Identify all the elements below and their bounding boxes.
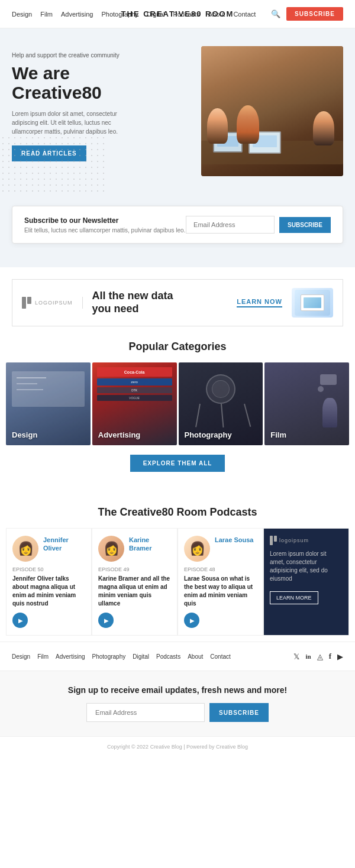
logoipsum-icon: [22, 297, 31, 309]
nav-contact[interactable]: Contact: [233, 11, 256, 18]
avatar-jennifer: 👩: [12, 536, 38, 562]
podcast-header-larae: 👩 Larae Sousa: [184, 536, 257, 562]
footer-link-contact[interactable]: Contact: [210, 653, 230, 660]
category-photography-name: Photography: [185, 430, 232, 439]
svg-rect-3: [274, 536, 277, 542]
search-icon[interactable]: 🔍: [271, 9, 280, 18]
footer-email-input[interactable]: [86, 703, 205, 722]
newsletter-desc: Elit tellus, luctus nec ullamcorper matt…: [24, 227, 185, 234]
category-film[interactable]: Film: [264, 362, 349, 445]
podcasts-grid: 👩 Jennifer Oliver EPISODE 50 Jennifer Ol…: [6, 528, 349, 636]
podcasts-section: The Creative80 Room Podcasts 👩 Jennifer …: [0, 486, 355, 642]
footer-link-digital[interactable]: Digital: [133, 653, 149, 660]
footer: Design Film Advertising Photography Digi…: [0, 642, 355, 757]
categories-grid: Design Coca-Cola zero DTK VOGUE Advertis…: [6, 362, 349, 445]
ad-banner: LOGOIPSUM All the new data you need LEAR…: [12, 279, 343, 326]
hero-description: Lorem ipsum dolor sit amet, consectetur …: [12, 109, 130, 136]
newsletter-left: Subscribe to our Newsletter Elit tellus,…: [24, 216, 185, 234]
ad-image: [292, 288, 333, 318]
play-button-karine[interactable]: ▶: [98, 613, 114, 628]
podcast-header-karine: 👩 Karine Bramer: [98, 536, 171, 562]
category-design-label-overlay: Design: [6, 425, 91, 445]
footer-link-about[interactable]: About: [188, 653, 203, 660]
copyright: Copyright © 2022 Creative Blog | Powered…: [0, 736, 355, 757]
svg-rect-0: [22, 297, 26, 309]
podcast-name-larae: Larae Sousa: [215, 536, 253, 544]
social-icons: 𝕏 in ◬ f ▶: [293, 652, 343, 661]
play-icon-larae: ▶: [190, 617, 195, 624]
podcast-desc-karine: Karine Bramer and all the magna aliqua u…: [98, 575, 171, 608]
facebook-icon[interactable]: f: [329, 652, 331, 661]
popular-categories-title: Popular Categories: [0, 341, 355, 353]
ad-headline: All the new data you need: [92, 290, 228, 315]
category-advertising-label-overlay: Advertising: [92, 425, 177, 445]
category-design[interactable]: Design: [6, 362, 91, 445]
hero-image: [201, 46, 343, 176]
explore-all-button[interactable]: EXPLORE THEM ALL: [130, 455, 225, 472]
category-advertising[interactable]: Coca-Cola zero DTK VOGUE Advertising: [92, 362, 177, 445]
play-icon-jennifer: ▶: [18, 617, 23, 624]
hero-section: Help and support the creative community …: [0, 28, 355, 267]
learn-now-link[interactable]: LEARN NOW: [237, 298, 282, 307]
footer-signup-form: SUBSCRIBE: [12, 703, 343, 722]
podcast-card-larae: 👩 Larae Sousa EPISODE 48 Larae Sousa on …: [178, 528, 263, 636]
newsletter-title: Subscribe to our Newsletter: [24, 216, 185, 225]
category-photography-label-overlay: Photography: [179, 425, 263, 445]
sponsor-learn-more-button[interactable]: LEARN MORE: [270, 591, 318, 604]
category-photography[interactable]: Photography: [179, 362, 263, 445]
nav-design[interactable]: Design: [12, 11, 32, 18]
footer-link-advertising[interactable]: Advertising: [56, 653, 85, 660]
sponsor-logo: logoipsum: [270, 536, 343, 545]
subscribe-button[interactable]: SUBSCRIBE: [286, 7, 343, 21]
podcast-desc-jennifer: Jennifer Oliver talks about magna aliqua…: [12, 575, 85, 608]
footer-link-podcasts[interactable]: Podcasts: [156, 653, 180, 660]
hero-content: Help and support the creative community …: [0, 28, 355, 194]
footer-link-film[interactable]: Film: [37, 653, 49, 660]
podcast-name-karine: Karine Bramer: [129, 536, 171, 553]
svg-rect-2: [270, 536, 273, 545]
play-icon-karine: ▶: [104, 617, 109, 624]
footer-link-photography[interactable]: Photography: [92, 653, 126, 660]
episode-num-karine: EPISODE 49: [98, 566, 171, 572]
popular-categories-section: Popular Categories Design Coca-Cola: [0, 341, 355, 472]
sponsor-desc: Lorem ipsum dolor sit amet, consectetur …: [270, 550, 343, 583]
youtube-icon[interactable]: ▶: [337, 652, 343, 661]
footer-signup-title: Sign up to receive email updates, fresh …: [12, 685, 343, 695]
podcast-name-jennifer: Jennifer Oliver: [43, 536, 85, 553]
learn-now-underline: [237, 306, 282, 307]
footer-subscribe-button[interactable]: SUBSCRIBE: [209, 703, 269, 722]
episode-num-jennifer: EPISODE 50: [12, 566, 85, 572]
newsletter-right: SUBSCRIBE: [186, 216, 331, 234]
hero-title: We are Creative80: [12, 63, 195, 102]
site-title: THE CREATIVE80 ROOM: [121, 9, 234, 18]
newsletter-subscribe-button[interactable]: SUBSCRIBE: [279, 217, 331, 233]
dots-decoration: [0, 135, 106, 194]
nav-actions: 🔍 SUBSCRIBE: [271, 7, 343, 21]
nav-advertising[interactable]: Advertising: [61, 11, 93, 18]
logoipsum-sponsor-icon: [270, 536, 277, 545]
footer-nav: Design Film Advertising Photography Digi…: [0, 642, 355, 671]
footer-signup: Sign up to receive email updates, fresh …: [0, 671, 355, 736]
play-button-jennifer[interactable]: ▶: [12, 613, 28, 628]
newsletter-email-input[interactable]: [186, 216, 275, 234]
hero-text: Help and support the creative community …: [12, 46, 195, 161]
explore-btn-wrapper: EXPLORE THEM ALL: [0, 455, 355, 472]
ad-logo: LOGOIPSUM: [22, 297, 83, 309]
podcast-card-karine: 👩 Karine Bramer EPISODE 49 Karine Bramer…: [92, 528, 178, 636]
avatar-larae: 👩: [184, 536, 210, 562]
category-film-name: Film: [270, 430, 286, 439]
nav-film[interactable]: Film: [40, 11, 53, 18]
episode-num-larae: EPISODE 48: [184, 566, 257, 572]
podcast-header-jennifer: 👩 Jennifer Oliver: [12, 536, 85, 562]
podcast-card-jennifer: 👩 Jennifer Oliver EPISODE 50 Jennifer Ol…: [6, 528, 92, 636]
newsletter-strip: Subscribe to our Newsletter Elit tellus,…: [12, 206, 343, 244]
play-button-larae[interactable]: ▶: [184, 613, 199, 628]
podcast-card-sponsor: logoipsum Lorem ipsum dolor sit amet, co…: [263, 528, 349, 636]
linkedin-icon[interactable]: in: [305, 653, 311, 660]
category-film-label-overlay: Film: [264, 425, 349, 445]
footer-links: Design Film Advertising Photography Digi…: [12, 653, 231, 660]
footer-link-design[interactable]: Design: [12, 653, 30, 660]
instagram-icon[interactable]: ◬: [317, 652, 323, 661]
twitter-icon[interactable]: 𝕏: [293, 652, 299, 661]
category-advertising-name: Advertising: [98, 430, 141, 439]
